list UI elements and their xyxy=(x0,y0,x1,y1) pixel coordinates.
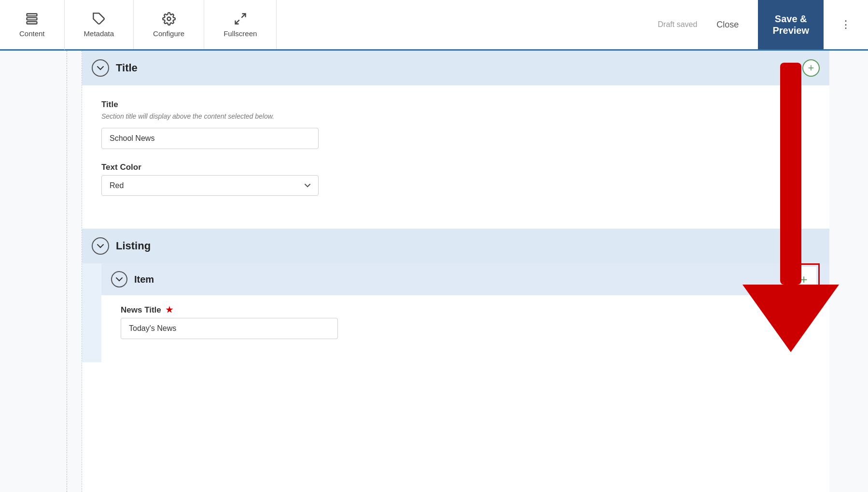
gutter-line xyxy=(67,51,67,492)
item-collapse-button[interactable] xyxy=(111,271,127,287)
main-content: Title + Title Section title will display… xyxy=(0,51,868,492)
item-header: Item + xyxy=(101,263,829,295)
listing-collapse-button[interactable] xyxy=(92,237,109,255)
title-collapse-button[interactable] xyxy=(92,59,109,77)
plus-icon: + xyxy=(808,63,814,73)
svg-rect-1 xyxy=(27,17,37,20)
chevron-down-icon xyxy=(97,65,104,71)
gear-icon xyxy=(162,12,176,26)
fullscreen-icon xyxy=(234,12,247,26)
title-section-header: Title + xyxy=(82,51,829,85)
menu-icon xyxy=(25,12,39,26)
text-color-select[interactable]: Red Blue Green Black White xyxy=(101,175,319,196)
left-sidebar xyxy=(0,51,82,492)
save-preview-button[interactable]: Save &Preview xyxy=(758,0,824,49)
text-color-field-group: Text Color Red Blue Green Black White xyxy=(101,163,810,196)
news-title-field-group: News Title ★ xyxy=(121,305,810,339)
svg-point-4 xyxy=(167,17,170,20)
tab-fullscreen[interactable]: Fullscreen xyxy=(204,0,277,49)
title-section-label: Title xyxy=(116,62,138,74)
text-color-label: Text Color xyxy=(101,163,810,172)
tab-metadata[interactable]: Metadata xyxy=(65,0,134,49)
svg-rect-2 xyxy=(27,21,37,24)
item-subsection: Item + News Title ★ xyxy=(82,263,829,362)
item-add-button-container: + xyxy=(788,263,820,295)
draft-status: Draft saved xyxy=(658,20,698,29)
tab-metadata-label: Metadata xyxy=(84,29,114,38)
listing-section-header: Listing xyxy=(82,229,829,263)
svg-line-5 xyxy=(241,14,245,17)
tag-icon xyxy=(92,12,106,26)
chevron-down-icon-listing xyxy=(97,243,104,249)
item-plus-icon: + xyxy=(800,272,807,287)
listing-section-label: Listing xyxy=(116,240,151,252)
close-button[interactable]: Close xyxy=(707,15,748,35)
content-panel: Title + Title Section title will display… xyxy=(82,51,829,492)
nav-right-actions: Draft saved Close Save &Preview ⋮ xyxy=(648,0,868,49)
tab-configure[interactable]: Configure xyxy=(134,0,204,49)
title-text-input[interactable] xyxy=(101,128,319,149)
title-field-label: Title xyxy=(101,100,810,109)
news-title-label: News Title ★ xyxy=(121,305,810,315)
title-field-sublabel: Section title will display above the con… xyxy=(101,112,810,120)
required-indicator: ★ xyxy=(166,305,173,314)
tab-content[interactable]: Content xyxy=(0,0,65,51)
title-section-body: Title Section title will display above t… xyxy=(82,85,829,224)
svg-rect-0 xyxy=(27,14,37,16)
tab-fullscreen-label: Fullscreen xyxy=(224,29,257,38)
more-options-button[interactable]: ⋮ xyxy=(833,14,858,36)
item-body: News Title ★ xyxy=(101,295,829,362)
tab-content-label: Content xyxy=(19,29,45,38)
top-navigation: Content Metadata Configure Fullscreen Dr… xyxy=(0,0,868,51)
right-gutter xyxy=(829,51,868,492)
svg-line-6 xyxy=(235,20,239,24)
title-add-button[interactable]: + xyxy=(802,59,820,77)
tab-configure-label: Configure xyxy=(153,29,184,38)
chevron-down-icon-item xyxy=(116,276,123,283)
title-field-group: Title Section title will display above t… xyxy=(101,100,810,149)
item-label: Item xyxy=(134,274,154,285)
item-add-button[interactable]: + xyxy=(791,267,816,292)
news-title-input[interactable] xyxy=(121,318,338,339)
